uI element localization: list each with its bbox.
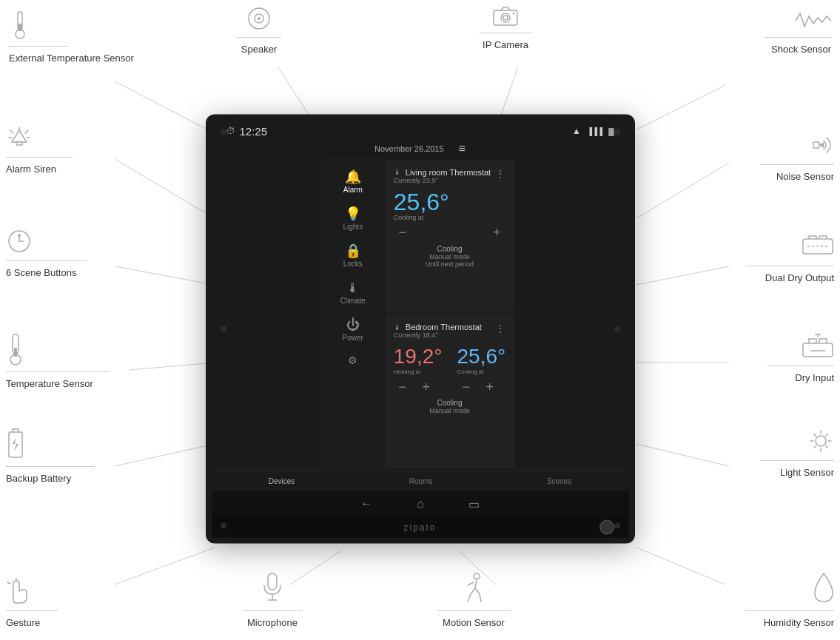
thermometer-icon	[9, 10, 31, 40]
annotation-ip-camera: IP Camera	[480, 6, 531, 52]
svg-line-28	[115, 266, 215, 285]
panel1-temp: 25,6°	[394, 189, 505, 213]
panel2-heat-minus[interactable]: −	[394, 378, 411, 396]
panel2-cool-controls: − +	[457, 378, 499, 396]
panel1-minus[interactable]: −	[394, 223, 411, 241]
ext-temp-label: External Temperature Sensor	[9, 53, 134, 65]
nav-settings[interactable]: ⚙	[326, 348, 380, 371]
annotation-scene: 6 Scene Buttons	[6, 228, 87, 280]
panel1-cooling-at: Cooling at	[394, 213, 505, 220]
panel2-cool-area: 25,6° Cooling at	[457, 345, 506, 375]
svg-rect-2	[19, 24, 21, 31]
svg-rect-19	[803, 343, 833, 357]
panel1-title-area: 🌡 Living room Thermostat Currently 23,9°	[394, 167, 491, 186]
svg-line-32	[636, 266, 729, 285]
annotation-speaker: Speaker	[237, 6, 281, 56]
noise-label: Noise Sensor	[776, 171, 834, 183]
annotation-noise: Noise Sensor	[760, 132, 834, 183]
date-display: November 26.2015	[374, 144, 444, 152]
nav-alarm-label: Alarm	[343, 185, 363, 193]
temp-sensor-label: Temperature Sensor	[6, 378, 93, 391]
screw-tl	[221, 129, 226, 135]
dual-dry-label: Dual Dry Output	[765, 272, 834, 285]
android-nav: ← ⌂ ▭	[212, 491, 629, 516]
svg-line-38	[636, 548, 725, 585]
nav-locks[interactable]: 🔒 Locks	[326, 238, 380, 273]
svg-rect-17	[813, 142, 819, 148]
panel2-mode: Cooling	[394, 399, 505, 407]
microphone-icon	[261, 572, 283, 604]
living-room-panel: 🌡 Living room Thermostat Currently 23,9°…	[385, 160, 514, 313]
panel2-heat-controls: − +	[394, 378, 435, 396]
nav-alarm[interactable]: 🔔 Alarm	[326, 164, 380, 199]
panel2-menu[interactable]: ⋮	[495, 323, 505, 334]
annotation-dry-input: Dry Input	[767, 333, 834, 385]
svg-line-30	[115, 444, 215, 466]
panel2-cool-label: Cooling at	[457, 368, 506, 375]
panel2-manual: Manual mode	[394, 407, 505, 414]
temp-sensor-icon	[6, 333, 25, 366]
svg-point-22	[474, 573, 480, 579]
light-label: Light Sensor	[780, 467, 834, 479]
panel2-cool-minus[interactable]: −	[457, 378, 475, 396]
annotation-microphone: Microphone	[243, 572, 302, 630]
panel2-subtitle: Currently 18,4°	[394, 331, 482, 339]
tab-devices[interactable]: Devices	[263, 475, 301, 486]
screw-bl	[221, 522, 226, 528]
panel2-header: 🌡 Bedroom Thermostat Currently 18,4° ⋮	[394, 323, 505, 342]
svg-rect-21	[268, 573, 277, 590]
svg-point-7	[501, 13, 510, 22]
tab-rooms[interactable]: Rooms	[403, 475, 439, 486]
panel2-heat-temp: 19,2°	[394, 345, 443, 368]
scene-label: 6 Scene Buttons	[6, 267, 76, 280]
screw-mr	[614, 326, 620, 331]
light-sensor-icon	[807, 428, 834, 454]
status-left: ⏱ 12:25	[226, 124, 268, 137]
nav-lights[interactable]: 💡 Lights	[326, 201, 380, 236]
nav-power[interactable]: ⏻ Power	[326, 311, 380, 347]
home-btn[interactable]: ⌂	[417, 497, 424, 511]
svg-point-12	[18, 234, 21, 237]
nav-climate-icon: 🌡	[346, 280, 360, 294]
svg-line-34	[636, 444, 729, 466]
annotation-ext-temp: External Temperature Sensor	[9, 10, 134, 65]
annotation-temp-sensor: Temperature Sensor	[6, 333, 110, 391]
bottom-tabs: Devices Rooms Scenes	[212, 470, 629, 491]
brand-bar: zipato	[212, 516, 629, 537]
status-icons: ▲ ▐▐▐ ▓	[572, 126, 614, 136]
shock-icon	[794, 10, 831, 31]
annotation-dual-dry: Dual Dry Output	[745, 233, 834, 285]
panel1-menu[interactable]: ⋮	[495, 167, 505, 179]
nav-lights-label: Lights	[343, 222, 363, 230]
battery-icon	[6, 428, 25, 460]
front-camera	[599, 519, 614, 534]
recents-btn[interactable]: ▭	[468, 496, 480, 511]
screw-tr	[614, 129, 620, 135]
motion-label: Motion Sensor	[443, 617, 505, 630]
annotation-battery: Backup Battery	[6, 428, 95, 485]
device-wrapper: ⏱ 12:25 ▲ ▐▐▐ ▓ November 26.2015 ≡	[206, 114, 635, 543]
panel2-title-area: 🌡 Bedroom Thermostat Currently 18,4°	[394, 323, 482, 342]
scene-icon	[6, 228, 33, 255]
annotation-shock: Shock Sensor	[765, 10, 831, 56]
panel2-cool-plus[interactable]: +	[481, 378, 499, 396]
panel1-title: Living room Thermostat	[406, 167, 491, 176]
annotation-alarm: Alarm Siren	[6, 124, 73, 176]
gesture-icon	[6, 575, 31, 604]
panel2-heat-plus[interactable]: +	[417, 378, 435, 396]
menu-icon[interactable]: ≡	[459, 141, 466, 155]
svg-rect-10	[16, 142, 22, 145]
back-btn[interactable]: ←	[360, 497, 372, 511]
panel1-until: Until next period	[394, 260, 505, 267]
date-bar: November 26.2015 ≡	[374, 140, 466, 158]
nav-climate[interactable]: 🌡 Climate	[326, 274, 380, 310]
ip-camera-label: IP Camera	[483, 39, 528, 52]
nav-power-icon: ⏻	[346, 317, 360, 331]
tab-scenes[interactable]: Scenes	[541, 475, 577, 486]
nav-locks-icon: 🔒	[345, 243, 361, 257]
wifi-icon: ▲	[572, 126, 581, 136]
panel1-title-row: 🌡 Living room Thermostat	[394, 167, 491, 176]
panel1-plus[interactable]: +	[488, 223, 505, 241]
svg-line-35	[115, 548, 215, 585]
annotation-light: Light Sensor	[760, 428, 834, 479]
